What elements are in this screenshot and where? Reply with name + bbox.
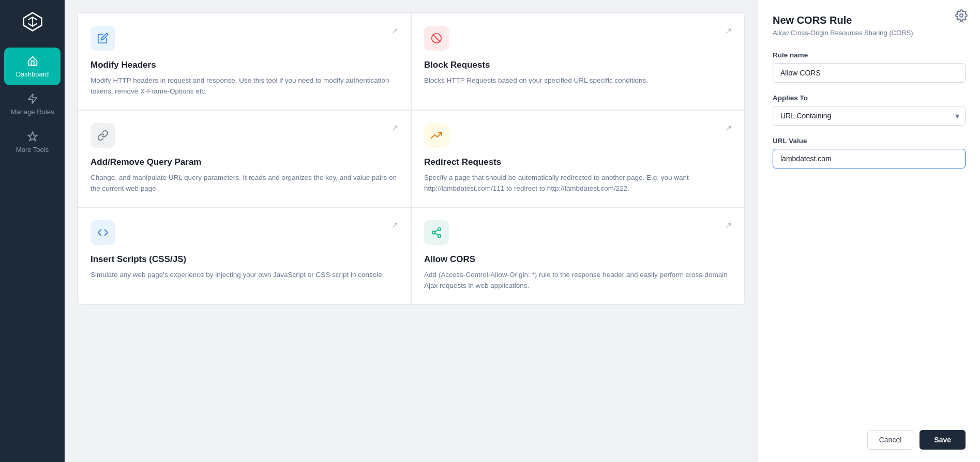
- redirect-requests-desc: Specify a page that should be automatica…: [424, 173, 732, 194]
- modify-headers-desc: Modify HTTP headers in request and respo…: [91, 75, 398, 97]
- svg-line-3: [433, 35, 440, 42]
- tool-card-redirect-requests[interactable]: ↗ Redirect Requests Specify a page that …: [411, 110, 745, 207]
- tool-grid: ↗ Modify Headers Modify HTTP headers in …: [77, 12, 745, 305]
- query-param-title: Add/Remove Query Param: [91, 157, 398, 167]
- redirect-requests-title: Redirect Requests: [424, 157, 732, 167]
- svg-line-8: [435, 230, 438, 232]
- tool-card-block-requests[interactable]: ↗ Block Requests Blocks HTTP Requests ba…: [411, 13, 745, 110]
- right-panel: New CORS Rule × Allow Cross-Origin Resou…: [758, 0, 980, 462]
- url-value-label: URL Value: [773, 137, 966, 145]
- sidebar: Dashboard Manage Rules More Tools: [0, 0, 65, 462]
- sparkle-icon: [26, 130, 39, 143]
- allow-cors-desc: Add (Access-Control-Allow-Origin: *) rul…: [424, 270, 732, 291]
- allow-cors-title: Allow CORS: [424, 254, 732, 265]
- block-requests-link-icon: ↗: [725, 26, 732, 36]
- tool-card-allow-cors[interactable]: ↗ Allow CORS Add (Access-Control-Allow-O…: [411, 207, 745, 304]
- insert-scripts-link-icon: ↗: [391, 220, 398, 230]
- rule-name-input[interactable]: [773, 63, 966, 83]
- sidebar-item-manage-rules-label: Manage Rules: [11, 108, 54, 116]
- lightning-icon: [26, 93, 39, 105]
- applies-to-label: Applies To: [773, 94, 966, 102]
- url-value-input[interactable]: [773, 149, 966, 168]
- block-requests-icon-wrap: [424, 26, 449, 51]
- modify-headers-link-icon: ↗: [391, 26, 398, 36]
- sidebar-item-more-tools[interactable]: More Tools: [0, 123, 65, 161]
- applies-to-field: Applies To URL Containing URL Equals URL…: [773, 94, 966, 137]
- insert-scripts-icon-wrap: [91, 220, 115, 245]
- svg-point-9: [960, 14, 963, 17]
- sidebar-logo: [19, 8, 46, 35]
- applies-to-select[interactable]: URL Containing URL Equals URL Starts Wit…: [773, 106, 966, 126]
- allow-cors-link-icon: ↗: [725, 220, 732, 230]
- tool-card-insert-scripts[interactable]: ↗ Insert Scripts (CSS/JS) Simulate any w…: [78, 207, 411, 304]
- main-content: ↗ Modify Headers Modify HTTP headers in …: [65, 0, 758, 462]
- panel-subtitle: Allow Cross-Origin Resources Sharing (CO…: [773, 29, 966, 37]
- redirect-requests-icon-wrap: [424, 123, 449, 148]
- sidebar-item-dashboard-label: Dashboard: [16, 70, 49, 78]
- sidebar-item-more-tools-label: More Tools: [16, 146, 49, 153]
- redirect-requests-link-icon: ↗: [725, 123, 732, 133]
- block-requests-desc: Blocks HTTP Requests based on your speci…: [424, 75, 732, 86]
- sidebar-item-dashboard[interactable]: Dashboard: [4, 48, 61, 85]
- insert-scripts-desc: Simulate any web page's experience by in…: [91, 270, 398, 281]
- url-value-field: URL Value: [773, 137, 966, 180]
- cancel-button[interactable]: Cancel: [867, 430, 914, 450]
- block-requests-title: Block Requests: [424, 60, 732, 70]
- sidebar-item-manage-rules[interactable]: Manage Rules: [0, 85, 65, 123]
- panel-header: New CORS Rule ×: [773, 14, 966, 27]
- tool-card-query-param[interactable]: ↗ Add/Remove Query Param Change, and man…: [78, 110, 411, 207]
- save-button[interactable]: Save: [919, 430, 966, 450]
- rule-name-field: Rule name: [773, 51, 966, 94]
- modify-headers-title: Modify Headers: [91, 60, 398, 70]
- home-icon: [26, 55, 39, 67]
- modify-headers-icon-wrap: [91, 26, 115, 51]
- tool-card-modify-headers[interactable]: ↗ Modify Headers Modify HTTP headers in …: [78, 13, 411, 110]
- settings-icon[interactable]: [955, 9, 968, 25]
- applies-to-select-wrap: URL Containing URL Equals URL Starts Wit…: [773, 106, 966, 126]
- svg-line-7: [435, 233, 438, 235]
- panel-actions: Cancel Save: [773, 422, 966, 450]
- query-param-desc: Change, and manipulate URL query paramet…: [91, 173, 398, 194]
- rule-name-label: Rule name: [773, 51, 966, 59]
- panel-title: New CORS Rule: [773, 14, 852, 26]
- insert-scripts-title: Insert Scripts (CSS/JS): [91, 254, 398, 265]
- query-param-link-icon: ↗: [391, 123, 398, 133]
- query-param-icon-wrap: [91, 123, 115, 148]
- allow-cors-icon-wrap: [424, 220, 449, 245]
